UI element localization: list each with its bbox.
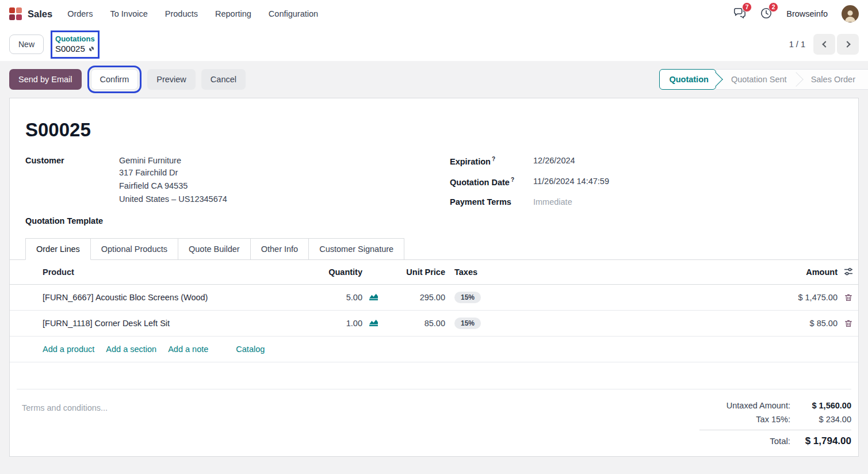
add-a-note-link[interactable]: Add a note [168,345,208,354]
menu-products[interactable]: Products [165,9,198,18]
tab-customer-signature[interactable]: Customer Signature [308,238,404,259]
person-icon [843,7,858,22]
preview-button[interactable]: Preview [147,69,196,90]
cell-product[interactable]: [FURN_1118] Corner Desk Left Sit [33,319,295,328]
messages-badge: 7 [742,2,752,12]
add-line-row: Add a product Add a section Add a note C… [10,337,858,362]
trash-icon [844,319,853,328]
breadcrumb-quotations-link[interactable]: Quotations [55,35,95,44]
optional-columns-icon[interactable] [844,267,853,278]
help-icon[interactable]: ? [492,156,495,162]
column-taxes[interactable]: Taxes [454,267,721,277]
confirm-button[interactable]: Confirm [91,69,139,90]
tab-optional-products[interactable]: Optional Products [90,238,178,259]
trash-icon [844,293,853,302]
address-line-3: United States – US12345674 [119,193,227,206]
cell-amount: $ 1,475.00 [721,293,839,302]
breadcrumb: Quotations S00025 [54,34,96,55]
expiration-field[interactable]: 12/26/2024 [533,156,575,166]
menu-configuration[interactable]: Configuration [269,9,318,18]
expiration-label: Expiration? [450,156,533,166]
quotation-date-field[interactable]: 11/26/2024 14:47:59 [533,177,609,187]
table-row[interactable]: [FURN_6667] Acoustic Bloc Screens (Wood)… [10,285,858,311]
column-amount[interactable]: Amount [721,267,839,277]
table-header: Product Quantity Unit Price Taxes Amount [10,260,858,285]
activities-button[interactable]: 2 [760,7,773,21]
tax-label: Tax 15%: [756,415,790,424]
sheet-footer: Terms and conditions... Untaxed Amount: … [17,389,851,449]
notebook-tabs: Order Lines Optional Products Quote Buil… [10,238,858,260]
status-step-sales-order[interactable]: Sales Order [796,69,868,90]
menu-to-invoice[interactable]: To Invoice [110,9,147,18]
app-name[interactable]: Sales [28,9,52,20]
messages-button[interactable]: 7 [733,7,746,21]
tax-badge[interactable]: 15% [454,292,481,303]
form-sheet: S00025 Customer Gemini Furniture 317 Fai… [9,98,859,457]
chevron-left-icon [822,41,828,47]
cell-product[interactable]: [FURN_6667] Acoustic Bloc Screens (Wood) [33,293,295,302]
cell-amount: $ 85.00 [721,319,839,328]
add-a-product-link[interactable]: Add a product [43,345,94,354]
company-name[interactable]: Browseinfo [786,9,828,18]
address-line-2: Fairfield CA 94535 [119,179,227,193]
table-row[interactable]: [FURN_1118] Corner Desk Left Sit 1.00 85… [10,311,858,337]
menu-reporting[interactable]: Reporting [215,9,251,18]
status-step-quotation[interactable]: Quotation [659,69,716,90]
total-value: $ 1,794.00 [801,435,851,447]
pager-counter: 1 / 1 [789,40,805,49]
breadcrumb-current: S00025 [55,44,95,55]
column-unit-price[interactable]: Unit Price [383,267,454,277]
status-bar: Quotation Quotation Sent Sales Order [659,69,868,90]
control-panel: New Quotations S00025 1 / 1 [0,28,868,61]
address-line-1: 317 Fairchild Dr [119,166,227,179]
cell-quantity[interactable]: 5.00 [295,293,364,302]
payment-terms-field[interactable]: Immediate [533,197,572,207]
tab-order-lines[interactable]: Order Lines [25,238,91,260]
record-name: S00025 [55,44,85,55]
forecast-chart-icon[interactable] [369,318,378,329]
total-label: Total: [770,436,790,446]
untaxed-amount-value: $ 1,560.00 [801,401,851,410]
customer-name-field[interactable]: Gemini Furniture [119,156,227,165]
top-navbar: Sales Orders To Invoice Products Reporti… [0,0,868,28]
quotation-template-label: Quotation Template [25,216,103,225]
new-button[interactable]: New [9,35,44,54]
pager-next-button[interactable] [837,34,859,55]
user-avatar[interactable] [842,5,859,22]
activities-badge: 2 [768,2,778,12]
cancel-button[interactable]: Cancel [201,69,246,90]
payment-terms-label: Payment Terms [450,197,533,207]
terms-placeholder[interactable]: Terms and conditions... [17,399,108,449]
gear-icon[interactable] [89,47,94,51]
menu-orders[interactable]: Orders [67,9,93,18]
cell-unit-price[interactable]: 85.00 [383,319,454,328]
quotation-date-label: Quotation Date? [450,177,533,187]
cell-quantity[interactable]: 1.00 [295,319,364,328]
action-bar: Send by Email Confirm Preview Cancel Quo… [0,61,868,98]
customer-address: 317 Fairchild Dr Fairfield CA 94535 Unit… [119,166,227,206]
forecast-chart-icon[interactable] [369,292,378,303]
tab-quote-builder[interactable]: Quote Builder [178,238,251,259]
status-step-quotation-sent[interactable]: Quotation Sent [716,69,796,90]
add-a-section-link[interactable]: Add a section [106,345,156,354]
apps-grid-icon[interactable] [9,7,22,20]
pager: 1 / 1 [789,34,859,55]
tax-badge[interactable]: 15% [454,318,481,329]
page-title: S00025 [25,119,843,141]
delete-row-button[interactable] [844,293,853,302]
catalog-link[interactable]: Catalog [236,345,265,354]
help-icon[interactable]: ? [511,177,514,183]
pager-previous-button[interactable] [813,34,835,55]
cell-unit-price[interactable]: 295.00 [383,293,454,302]
column-quantity[interactable]: Quantity [295,267,364,277]
column-product[interactable]: Product [33,267,295,277]
form-fields: Customer Gemini Furniture 317 Fairchild … [25,156,843,225]
delete-row-button[interactable] [844,319,853,328]
chevron-right-icon [844,41,850,47]
tax-value: $ 234.00 [801,415,851,424]
send-by-email-button[interactable]: Send by Email [9,69,82,90]
tab-other-info[interactable]: Other Info [250,238,309,259]
totals-block: Untaxed Amount: $ 1,560.00 Tax 15%: $ 23… [699,399,851,449]
order-lines-table: Product Quantity Unit Price Taxes Amount… [10,260,858,362]
customer-label: Customer [25,156,119,206]
